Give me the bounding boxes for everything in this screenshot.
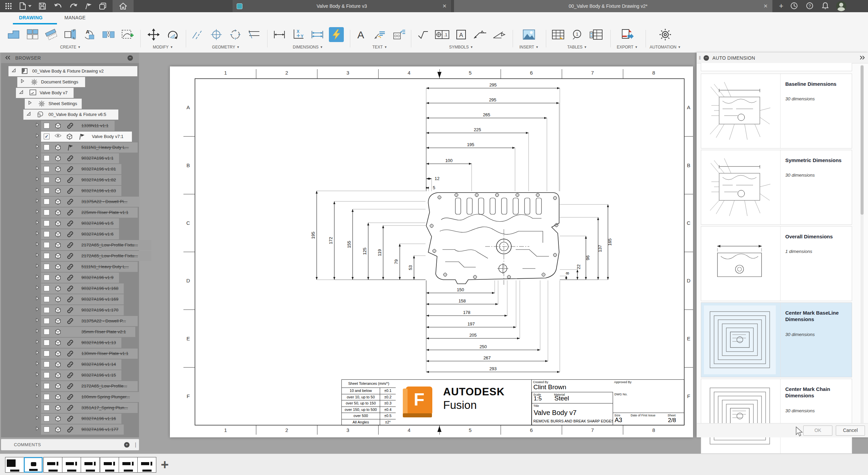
visibility-checkbox[interactable] [44,307,50,313]
help-icon[interactable]: ? [806,2,814,11]
expand-closed-icon[interactable] [35,187,42,194]
link-icon[interactable] [67,404,74,411]
component-cube-icon[interactable] [55,166,61,173]
output-pdf-icon[interactable] [620,27,635,42]
ribbon-group-label[interactable]: GEOMETRY▼ [212,45,239,50]
component-cube-icon[interactable] [55,383,61,390]
automation-gear-icon[interactable] [658,27,673,42]
visibility-checkbox[interactable] [44,199,50,204]
collapse-panel-icon[interactable] [5,55,11,61]
panel-expand-right-icon[interactable] [860,55,865,61]
expand-closed-icon[interactable] [35,177,42,183]
link-icon[interactable] [67,187,74,194]
expand-closed-icon[interactable] [35,144,42,151]
browser-component-row[interactable]: 3351A17_Spring Plun... [1,403,139,413]
break-view-icon[interactable] [101,27,116,42]
browser-component-row[interactable]: 90327A196 v1:83 [1,186,139,196]
browser-component-row[interactable]: 225mm Riser Plate v1:1 [1,207,139,218]
visibility-checkbox[interactable] [44,155,50,161]
base-view-icon[interactable] [6,27,21,42]
visibility-checkbox[interactable] [44,372,50,378]
browser-component-row[interactable]: 100mm Spring Plunger... [1,392,139,402]
link-icon[interactable] [67,307,74,314]
broken-out-section-icon[interactable] [63,27,78,42]
browser-component-row[interactable]: 5111N1_Heavy Duty L... [1,262,139,272]
link-icon[interactable] [67,339,74,346]
auto-dimension-icon[interactable] [329,27,344,42]
link-icon[interactable] [67,253,74,259]
link-icon[interactable] [67,318,74,324]
auto-dimension-option-card[interactable]: Overall Dimensions1 dimensions [701,226,852,301]
expand-closed-icon[interactable] [20,79,27,85]
visibility-checkbox[interactable] [44,427,50,432]
sheet-icon[interactable] [29,90,36,96]
browser-component-row[interactable]: 90327A196 v1:177 [1,424,139,435]
ribbon-group-label[interactable]: SYMBOLS▼ [449,45,473,50]
auto-dimension-option-card[interactable]: Center Mark BaseLine Dimensions30 dimens… [701,302,852,377]
browser-component-row[interactable]: 90327A196 v1:15 [1,370,139,380]
expand-closed-icon[interactable] [35,394,42,400]
component-cube-icon[interactable] [55,350,61,357]
comments-bar[interactable]: COMMENTS + | [1,439,139,450]
ribbon-tab-manage[interactable]: MANAGE [64,15,85,23]
expand-closed-icon[interactable] [35,198,42,205]
browser-component-row[interactable]: 90327A196 v1:5 [1,218,139,229]
centerline-icon[interactable] [190,27,205,42]
leader-text-icon[interactable] [372,27,387,42]
browser-component-row[interactable]: ✓Valve Body v7:1 [1,132,139,142]
browser-component-row[interactable]: 90327A196 v1:6 [1,229,139,239]
insert-image-icon[interactable] [521,27,536,42]
expand-closed-icon[interactable] [35,274,42,281]
link-icon[interactable] [67,209,74,216]
weld-symbol-icon[interactable] [473,27,488,42]
visibility-checkbox[interactable] [44,405,50,411]
link-icon[interactable] [67,350,74,357]
visibility-checkbox[interactable] [44,188,50,194]
document-tab-valve-body-fixture[interactable]: Valve Body & Fixture v3 ✕ [233,0,452,12]
browser-item-sheet-settings[interactable]: Sheet Settings [1,99,139,109]
link-icon[interactable] [67,263,74,270]
center-mark-pattern-icon[interactable] [228,27,243,42]
browser-item-sheet-valve-body-v7[interactable]: Valve Body v7 [1,88,139,98]
panel-collapse-icon[interactable]: − [704,55,709,61]
panel-scrollbar[interactable] [861,65,864,472]
component-cube-icon[interactable] [55,285,61,292]
feature-control-frame-icon[interactable]: .1 [435,27,450,42]
sheet-thumbnail[interactable] [100,457,119,473]
expand-closed-icon[interactable] [35,350,42,357]
visibility-checkbox[interactable] [44,231,50,237]
scrolled-card-partial[interactable] [701,63,852,71]
expand-open-icon[interactable] [11,68,18,75]
link-icon[interactable] [67,426,74,433]
component-cube-icon[interactable] [55,263,61,270]
sheet-thumbnail[interactable] [5,457,24,473]
expand-closed-icon[interactable] [35,404,42,411]
component-cube-icon[interactable] [55,231,61,238]
browser-component-row[interactable]: 90327A196 v1:16 [1,414,139,424]
section-view-icon[interactable] [44,27,59,42]
visibility-checkbox[interactable] [44,220,50,226]
visibility-checkbox[interactable] [44,210,50,215]
expand-closed-icon[interactable] [35,361,42,368]
expand-closed-icon[interactable] [35,242,42,249]
component-cube-icon[interactable] [55,274,61,281]
note-icon[interactable] [391,27,406,42]
eye-icon[interactable] [55,133,61,140]
expand-closed-icon[interactable] [35,318,42,324]
auto-dimension-option-card[interactable]: Symmetric Dimensions30 dimensions [701,150,852,225]
doc-icon[interactable] [21,68,28,75]
visibility-checkbox[interactable] [44,296,50,302]
visibility-checkbox[interactable]: ✓ [44,134,50,139]
sheet-thumbnail[interactable] [137,457,156,473]
ribbon-tab-drawing[interactable]: DRAWING [19,15,43,23]
link-icon[interactable] [67,177,74,183]
component-cube-icon[interactable] [55,361,61,368]
document-tab-drawing-active[interactable]: 00_Valve Body & Fixture Drawing v2* ✕ [454,0,772,12]
collapse-all-icon[interactable]: − [127,55,133,61]
datum-identifier-icon[interactable]: A [454,27,469,42]
expand-closed-icon[interactable] [35,155,42,162]
expand-closed-icon[interactable] [35,263,42,270]
flag-icon[interactable] [67,144,74,151]
dimension-icon[interactable] [272,27,287,42]
visibility-checkbox[interactable] [44,285,50,291]
